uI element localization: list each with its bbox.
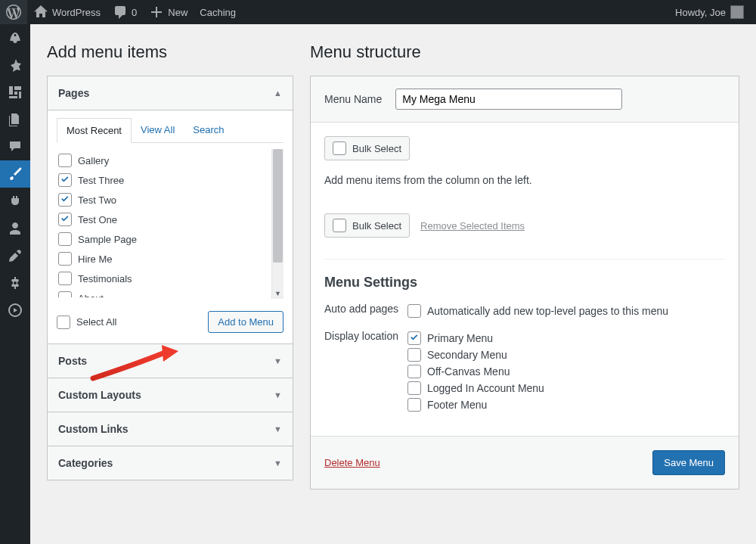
dashboard-icon <box>8 30 23 45</box>
tab-most-recent[interactable]: Most Recent <box>57 118 132 143</box>
page-item[interactable]: Test Three <box>58 170 282 190</box>
pages-panel-toggle[interactable]: Pages ▲ <box>48 76 293 110</box>
page-checkbox[interactable] <box>58 193 72 207</box>
page-item[interactable]: Sample Page <box>58 229 282 249</box>
caching-link[interactable]: Caching <box>194 0 242 24</box>
avatar-icon <box>730 5 744 19</box>
page-checkbox[interactable] <box>58 272 72 285</box>
tab-view-all[interactable]: View All <box>132 118 184 142</box>
page-checkbox[interactable] <box>58 252 72 266</box>
categories-toggle[interactable]: Categories ▼ <box>48 446 293 480</box>
sidebar-item-plugins[interactable] <box>0 188 30 215</box>
page-label: Gallery <box>78 155 109 166</box>
comments-count: 0 <box>132 7 137 18</box>
custom-links-toggle[interactable]: Custom Links ▼ <box>48 412 293 446</box>
sidebar-item-comments[interactable] <box>0 133 30 160</box>
page-item[interactable]: Gallery <box>58 151 282 170</box>
settings-icon <box>8 275 23 291</box>
new-content[interactable]: New <box>143 0 194 24</box>
sidebar-item-settings[interactable] <box>0 269 30 297</box>
sidebar-item-posts[interactable] <box>0 51 30 79</box>
select-all-checkbox[interactable] <box>57 316 70 329</box>
location-label: Off-Canvas Menu <box>427 365 510 378</box>
custom-links-label: Custom Links <box>58 423 129 435</box>
categories-panel: Categories ▼ <box>47 446 293 480</box>
page-checkbox[interactable] <box>58 291 72 297</box>
bulk-select-top[interactable]: Bulk Select <box>324 136 410 160</box>
bulk-select-label: Bulk Select <box>352 143 401 154</box>
plugin-icon <box>8 194 23 209</box>
structure-heading: Menu structure <box>310 42 739 62</box>
locations-list: Primary MenuSecondary MenuOff-Canvas Men… <box>407 328 544 415</box>
help-text: Add menu items from the column on the le… <box>324 174 725 186</box>
custom-layouts-label: Custom Layouts <box>58 389 141 401</box>
save-menu-button[interactable]: Save Menu <box>652 450 725 475</box>
auto-add-option[interactable]: Automatically add new top-level pages to… <box>407 304 668 318</box>
menu-name-input[interactable] <box>395 89 622 110</box>
bulk-select-checkbox[interactable] <box>333 141 346 155</box>
auto-add-checkbox[interactable] <box>407 304 421 318</box>
location-option[interactable]: Primary Menu <box>407 331 544 345</box>
howdy-label: Howdy, Joe <box>675 7 726 18</box>
location-checkbox[interactable] <box>407 365 421 378</box>
bulk-select-bottom[interactable]: Bulk Select <box>324 213 410 238</box>
page-label: About <box>78 293 104 298</box>
custom-links-panel: Custom Links ▼ <box>47 412 293 446</box>
site-name-label: WordPress <box>52 7 101 18</box>
location-option[interactable]: Footer Menu <box>407 398 544 412</box>
posts-panel-toggle[interactable]: Posts ▼ <box>48 344 293 378</box>
location-label: Footer Menu <box>427 399 487 411</box>
page-item[interactable]: Hire Me <box>58 249 282 269</box>
page-checkbox[interactable] <box>58 173 72 187</box>
location-checkbox[interactable] <box>407 348 421 362</box>
pages-panel: Pages ▲ Most Recent View All Search Gall… <box>47 76 293 344</box>
admin-sidebar <box>0 24 30 544</box>
menu-settings-heading: Menu Settings <box>324 275 725 291</box>
delete-menu-link[interactable]: Delete Menu <box>324 457 380 468</box>
sidebar-item-appearance[interactable] <box>0 160 30 188</box>
pages-icon <box>8 112 23 127</box>
comment-icon <box>113 5 128 20</box>
page-checkbox[interactable] <box>58 154 72 167</box>
tab-search[interactable]: Search <box>184 118 233 142</box>
page-item[interactable]: About <box>58 288 282 297</box>
comments-link[interactable]: 0 <box>107 0 143 24</box>
comment-icon <box>8 139 23 154</box>
select-all[interactable]: Select All <box>57 316 116 329</box>
location-checkbox[interactable] <box>407 398 421 412</box>
location-option[interactable]: Secondary Menu <box>407 348 544 362</box>
display-location-label: Display location <box>324 328 407 342</box>
chevron-down-icon[interactable]: ▼ <box>273 288 283 299</box>
page-item[interactable]: Test One <box>58 210 282 229</box>
location-option[interactable]: Off-Canvas Menu <box>407 365 544 378</box>
wp-logo[interactable] <box>0 0 27 24</box>
pin-icon <box>8 58 23 73</box>
sidebar-item-users[interactable] <box>0 215 30 242</box>
custom-layouts-panel: Custom Layouts ▼ <box>47 378 293 412</box>
sidebar-item-tools[interactable] <box>0 242 30 269</box>
page-checkbox[interactable] <box>58 213 72 226</box>
sidebar-item-dashboard[interactable] <box>0 24 30 51</box>
location-option[interactable]: Logged In Account Menu <box>407 381 544 395</box>
page-item[interactable]: Test Two <box>58 190 282 210</box>
page-checkbox[interactable] <box>58 232 72 246</box>
caching-label: Caching <box>200 7 236 18</box>
bulk-select-checkbox[interactable] <box>333 219 346 232</box>
page-item[interactable]: Testimonials <box>58 269 282 288</box>
scrollbar-thumb[interactable] <box>273 149 283 263</box>
account-link[interactable]: Howdy, Joe <box>669 0 750 24</box>
pages-tabs: Most Recent View All Search <box>57 118 284 143</box>
home-icon <box>33 5 48 20</box>
add-to-menu-button[interactable]: Add to Menu <box>208 311 284 333</box>
location-checkbox[interactable] <box>407 331 421 345</box>
sidebar-item-generic[interactable] <box>0 297 30 324</box>
menu-name-label: Menu Name <box>324 93 382 105</box>
custom-layouts-toggle[interactable]: Custom Layouts ▼ <box>48 378 293 412</box>
site-home[interactable]: WordPress <box>27 0 107 24</box>
location-checkbox[interactable] <box>407 381 421 395</box>
chevron-down-icon: ▼ <box>274 424 282 434</box>
auto-add-label: Auto add pages <box>324 301 407 315</box>
scrollbar[interactable]: ▼ <box>271 149 284 299</box>
sidebar-item-media[interactable] <box>0 79 30 106</box>
sidebar-item-pages[interactable] <box>0 106 30 133</box>
